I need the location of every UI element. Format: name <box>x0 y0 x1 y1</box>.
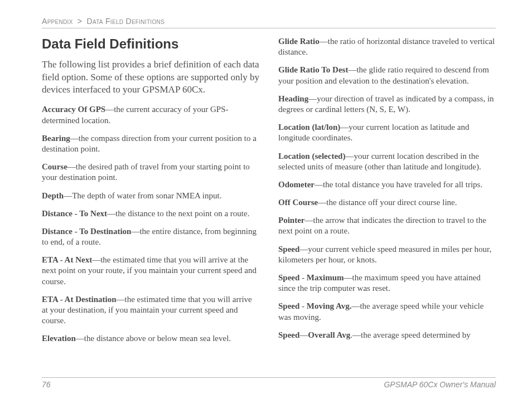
definition-term: Distance - To Destination <box>42 227 131 236</box>
definition-item: Location (selected)—your current locatio… <box>278 151 496 172</box>
definition-item: Speed—your current vehicle speed measure… <box>278 244 496 265</box>
intro-paragraph: The following list provides a brief defi… <box>42 59 259 97</box>
definition-item: Heading—your direction of travel as indi… <box>278 94 496 115</box>
definition-separator: — <box>304 216 313 225</box>
definition-description: the distance above or below mean sea lev… <box>84 334 231 343</box>
definition-item: Course—the desired path of travel from y… <box>42 162 259 183</box>
definition-item: Pointer—the arrow that indicates the dir… <box>278 215 496 236</box>
definition-separator: - <box>299 301 307 310</box>
definition-term-secondary: Moving Avg. <box>307 301 352 310</box>
definition-term: Odometer <box>278 180 315 189</box>
definition-separator: — <box>131 227 139 236</box>
breadcrumb: Appendix > Data Field Definitions <box>42 17 496 28</box>
definition-item: Depth—The depth of water from sonar NMEA… <box>42 191 259 201</box>
definition-description: the distance to the next point on a rout… <box>115 209 249 218</box>
definition-term: Speed <box>278 301 299 310</box>
definition-item: Location (lat/lon)—your current location… <box>278 122 496 143</box>
page-footer: 76 GPSMAP 60Cx Owner's Manual <box>42 377 496 389</box>
definition-separator: — <box>105 105 114 114</box>
definition-term: Elevation <box>42 334 76 343</box>
definition-term: ETA - At Destination <box>42 295 116 304</box>
definition-term: Glide Ratio To Dest <box>278 65 348 74</box>
definition-item: Odometer—the total distance you have tra… <box>278 179 496 190</box>
definition-description: your current vehicle speed measured in m… <box>278 245 491 264</box>
definition-term: Distance - To Next <box>42 209 107 218</box>
breadcrumb-subsection: Data Field Definitions <box>87 17 165 26</box>
definition-item: ETA - At Next—the estimated time that yo… <box>42 255 259 287</box>
definition-separator: — <box>345 152 354 160</box>
manual-title: GPSMAP 60Cx Owner's Manual <box>384 380 496 389</box>
definition-separator: — <box>318 198 326 207</box>
definition-term: Accuracy Of GPS <box>42 105 105 114</box>
definition-term: Location (lat/lon) <box>278 123 340 132</box>
definition-item: Bearing—the compass direction from your … <box>42 133 259 154</box>
definition-term: Off Course <box>278 198 318 207</box>
definition-separator: — <box>92 255 100 264</box>
definition-item: ETA - At Destination—the estimated time … <box>42 294 259 327</box>
definition-separator: — <box>299 245 308 254</box>
definition-separator: — <box>299 330 308 339</box>
definition-separator: — <box>320 37 328 46</box>
definition-item: Distance - To Next—the distance to the n… <box>42 208 259 219</box>
definition-separator: — <box>344 273 352 282</box>
definition-separator: — <box>70 134 79 143</box>
definition-term-secondary: Overall Avg <box>308 330 350 339</box>
definition-separator: — <box>107 209 115 218</box>
definition-separator: — <box>64 191 72 200</box>
definition-term: Bearing <box>42 134 70 143</box>
definition-term-secondary: Maximum <box>307 273 344 282</box>
content-columns: Data Field Definitions The following lis… <box>42 28 496 377</box>
definition-separator: — <box>116 295 124 304</box>
definition-item: Distance - To Destination—the entire dis… <box>42 226 259 247</box>
page-number: 76 <box>42 380 51 389</box>
definition-term: Depth <box>42 191 64 200</box>
definition-term: Speed <box>278 330 299 339</box>
definition-description: the average speed determined by <box>361 330 471 339</box>
definition-separator: — <box>67 162 76 171</box>
breadcrumb-section: Appendix <box>42 17 73 26</box>
definition-term: Pointer <box>278 216 304 225</box>
definition-term: Location (selected) <box>278 152 345 160</box>
definition-separator: — <box>340 123 349 132</box>
definition-description: the total distance you have traveled for… <box>323 180 482 189</box>
page-title: Data Field Definitions <box>42 36 259 52</box>
definition-item: Elevation—the distance above or below me… <box>42 333 259 344</box>
definition-separator: — <box>348 65 356 74</box>
breadcrumb-separator: > <box>78 17 82 26</box>
definition-term: Course <box>42 162 67 171</box>
definition-separator: — <box>315 180 323 189</box>
definition-separator: .— <box>350 330 361 339</box>
definition-item: Glide Ratio—the ratio of horizontal dist… <box>278 36 496 57</box>
definition-item: Accuracy Of GPS—the current accuracy of … <box>42 104 259 125</box>
definition-separator: — <box>308 94 317 103</box>
definition-term: Speed <box>278 245 299 254</box>
definition-item: Speed - Maximum—the maximum speed you ha… <box>278 273 496 294</box>
definition-item: Speed - Moving Avg.—the average speed wh… <box>278 301 496 322</box>
definition-term: Speed <box>278 273 299 282</box>
definition-term: Heading <box>278 94 308 103</box>
definition-separator: - <box>299 273 307 282</box>
definition-item: Speed—Overall Avg.—the average speed det… <box>278 330 496 340</box>
definition-term: ETA - At Next <box>42 255 92 264</box>
definition-item: Glide Ratio To Dest—the glide ratio requ… <box>278 65 496 86</box>
definition-separator: — <box>351 301 360 310</box>
definition-item: Off Course—the distance off your direct … <box>278 197 496 208</box>
definition-separator: — <box>76 334 84 343</box>
definition-term: Glide Ratio <box>278 37 320 46</box>
definition-description: The depth of water from sonar NMEA input… <box>72 191 221 200</box>
definition-description: the distance off your direct course line… <box>326 198 457 207</box>
document-page: Appendix > Data Field Definitions Data F… <box>0 0 532 399</box>
